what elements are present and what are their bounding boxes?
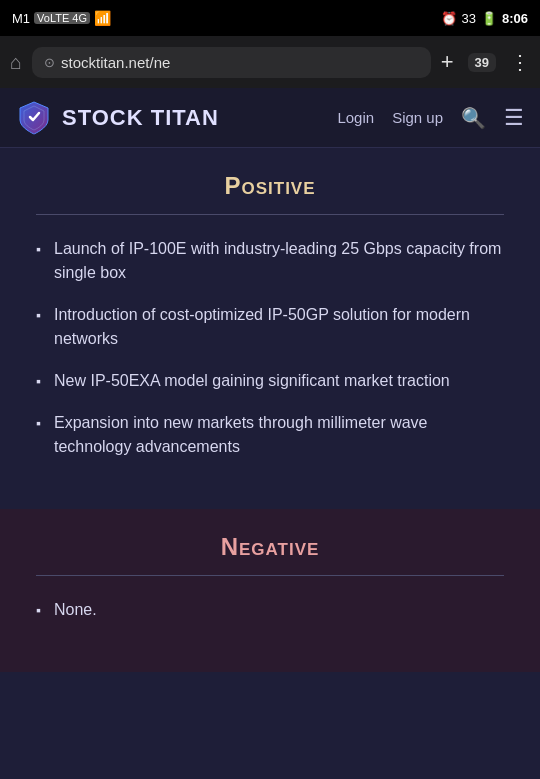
browser-chrome: ⌂ ⊙ stocktitan.net/ne + 39 ⋮ (0, 36, 540, 88)
tabs-count-button[interactable]: 39 (468, 53, 496, 72)
browser-address-bar[interactable]: ⊙ stocktitan.net/ne (32, 47, 431, 78)
positive-title: Positive (36, 172, 504, 200)
battery-icon: 🔋 (481, 11, 497, 26)
carrier-label: M1 (12, 11, 30, 26)
list-item: Launch of IP-100E with industry-leading … (36, 237, 504, 285)
browser-menu-button[interactable]: ⋮ (510, 50, 530, 74)
menu-button[interactable]: ☰ (504, 105, 524, 131)
logo-icon (16, 100, 52, 136)
alarm-icon: ⏰ (441, 11, 457, 26)
browser-actions: + 39 ⋮ (441, 49, 530, 75)
home-icon: ⌂ (10, 51, 22, 73)
negative-title: Negative (36, 533, 504, 561)
nav-actions: Login Sign up 🔍 ☰ (337, 105, 524, 131)
site-title: STOCK TITAN (62, 105, 219, 131)
login-button[interactable]: Login (337, 109, 374, 126)
signup-button[interactable]: Sign up (392, 109, 443, 126)
list-item: Introduction of cost-optimized IP-50GP s… (36, 303, 504, 351)
positive-section: Positive Launch of IP-100E with industry… (0, 148, 540, 509)
address-bar-text: stocktitan.net/ne (61, 54, 419, 71)
list-item: None. (36, 598, 504, 622)
browser-home-button[interactable]: ⌂ (10, 51, 22, 74)
list-item: Expansion into new markets through milli… (36, 411, 504, 459)
time-display: 8:06 (502, 11, 528, 26)
status-right: ⏰ 33 🔋 8:06 (441, 11, 529, 26)
site-logo[interactable]: STOCK TITAN (16, 100, 325, 136)
site-security-icon: ⊙ (44, 55, 55, 70)
network-type: VoLTE 4G (34, 12, 90, 24)
main-content: Positive Launch of IP-100E with industry… (0, 148, 540, 779)
status-bar: M1 VoLTE 4G 📶 ⏰ 33 🔋 8:06 (0, 0, 540, 36)
list-item: New IP-50EXA model gaining significant m… (36, 369, 504, 393)
positive-bullet-list: Launch of IP-100E with industry-leading … (36, 237, 504, 459)
site-navigation: STOCK TITAN Login Sign up 🔍 ☰ (0, 88, 540, 148)
status-left: M1 VoLTE 4G 📶 (12, 10, 111, 26)
negative-bullet-list: None. (36, 598, 504, 622)
search-button[interactable]: 🔍 (461, 106, 486, 130)
battery-percent: 33 (462, 11, 476, 26)
negative-divider (36, 575, 504, 576)
new-tab-button[interactable]: + (441, 49, 454, 75)
signal-bars: 📶 (94, 10, 111, 26)
positive-divider (36, 214, 504, 215)
negative-section: Negative None. (0, 509, 540, 672)
